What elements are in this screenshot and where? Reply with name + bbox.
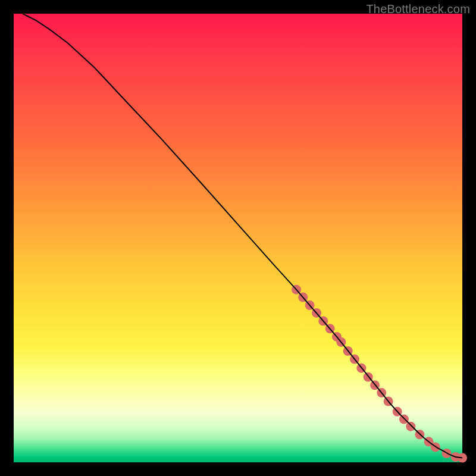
plot-area bbox=[14, 14, 462, 462]
marker-dot bbox=[406, 422, 415, 431]
curve-line bbox=[23, 14, 462, 458]
marker-dot bbox=[399, 415, 409, 424]
chart-frame: TheBottleneck.com bbox=[0, 0, 476, 476]
markers-layer bbox=[292, 285, 467, 463]
watermark-text: TheBottleneck.com bbox=[366, 2, 470, 16]
chart-svg bbox=[14, 14, 462, 462]
